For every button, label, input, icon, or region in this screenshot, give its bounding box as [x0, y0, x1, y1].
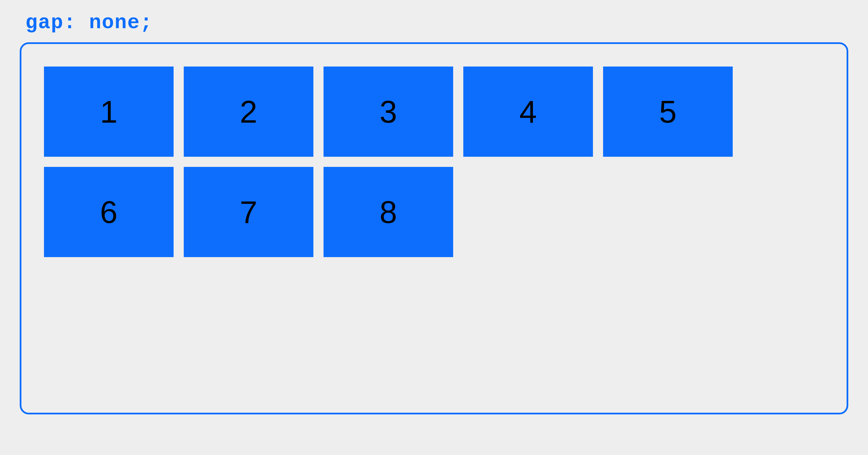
grid-item: 3 — [323, 66, 453, 157]
example-wrapper: gap: none; 1 2 3 4 5 6 7 8 — [11, 11, 857, 415]
grid-item: 8 — [323, 167, 453, 257]
grid-item: 6 — [44, 167, 174, 257]
grid-container: 1 2 3 4 5 6 7 8 — [20, 42, 848, 415]
grid-item: 1 — [44, 66, 174, 157]
grid-item: 4 — [463, 66, 593, 157]
grid-item: 2 — [184, 66, 313, 157]
grid: 1 2 3 4 5 6 7 8 — [44, 66, 824, 257]
css-code-label: gap: none; — [25, 11, 857, 34]
grid-item: 7 — [184, 167, 313, 257]
grid-item: 5 — [603, 66, 733, 157]
